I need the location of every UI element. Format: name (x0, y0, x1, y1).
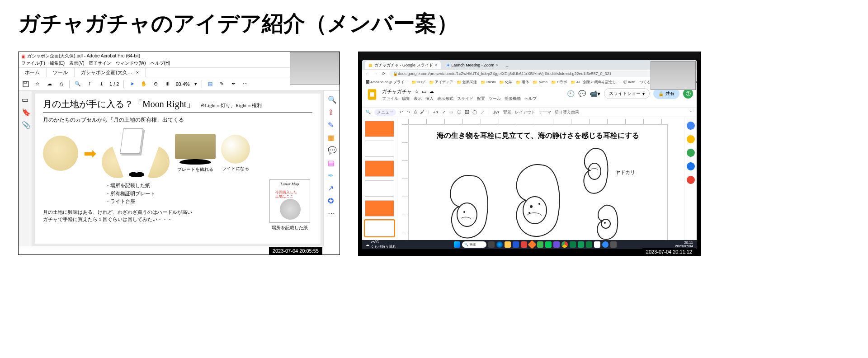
history-icon[interactable]: 🕘 (567, 90, 575, 97)
menu-help[interactable]: ヘルプ(H) (151, 60, 170, 67)
tb-edge-icon[interactable] (496, 241, 503, 248)
taskbar-weather[interactable]: ☁25℃くもり時々晴れ (366, 240, 396, 249)
edit-icon[interactable]: ✎ (328, 121, 336, 129)
zoom-reset-icon[interactable]: ⤢ (442, 110, 446, 114)
undo-icon[interactable]: ↶ (400, 110, 403, 114)
menu-view[interactable]: 表示(V) (69, 60, 84, 67)
tab-tools[interactable]: ツール (47, 68, 75, 77)
slide-canvas[interactable]: 海の生き物を耳栓に見立てて、海の静けさを感じる耳栓にする チンアナゴ ウツボ (408, 124, 668, 240)
task-view-icon[interactable] (488, 241, 495, 248)
print-icon[interactable]: ⎙ (414, 110, 416, 114)
tb-excel-icon[interactable] (586, 241, 592, 248)
slide-thumb-3[interactable] (365, 160, 394, 177)
stamp-icon[interactable]: ✪ (328, 197, 336, 205)
organize-icon[interactable]: ▤ (328, 159, 336, 167)
slide-thumb-6[interactable] (365, 220, 394, 236)
save-icon[interactable] (22, 80, 29, 88)
bm-item[interactable]: 創業70周年を記念し… (583, 80, 620, 85)
bm-item[interactable]: 📁創業関連 (457, 80, 477, 85)
bm-item[interactable]: 📁pkmn (533, 80, 547, 85)
redo-icon[interactable]: ↷ (407, 110, 410, 114)
share-icon[interactable]: ↗ (328, 184, 336, 192)
comment-icon[interactable]: 💬 (578, 90, 586, 97)
menu-file[interactable]: ファイル(F) (21, 60, 45, 67)
bm-item[interactable]: 📁週休 (516, 80, 529, 85)
tab-document[interactable]: ガシャポン企画(大久…× (75, 68, 146, 77)
esign-icon[interactable]: ✒ (230, 80, 237, 88)
gmenu-insert[interactable]: 挿入 (425, 96, 434, 102)
tb-explorer-icon[interactable] (505, 241, 511, 248)
bm-item[interactable]: 📁Dラボ (551, 80, 567, 85)
cursor-select-icon[interactable]: ▭ (449, 110, 453, 114)
gmenu-file[interactable]: ファイル (382, 96, 398, 102)
back-icon[interactable]: ← (365, 71, 370, 76)
gmenu-ext[interactable]: 拡張機能 (505, 96, 521, 102)
spell-lang-btn[interactable]: あ▾ (493, 109, 500, 115)
tb-store-icon[interactable] (513, 241, 519, 248)
move-icon[interactable]: ▭ (422, 89, 426, 94)
menu-esign[interactable]: 電子サイン (89, 60, 111, 67)
slide-thumb-5[interactable] (365, 200, 394, 217)
print-icon[interactable]: ⎙ (57, 80, 65, 88)
sign-icon[interactable]: ✒ (328, 171, 336, 179)
cursor-icon[interactable]: ➤ (128, 80, 136, 88)
bookmark-icon[interactable]: 🔖 (22, 108, 29, 115)
bm-item[interactable]: 🅰 Amazon.co.jp プライ… (366, 80, 408, 85)
bm-item[interactable]: 📁AI (571, 80, 580, 85)
start-icon[interactable] (454, 241, 460, 248)
tool-trans[interactable]: 切り替え効果 (555, 109, 579, 115)
owl-icon[interactable]: ▦ (328, 133, 336, 141)
taskbar-search[interactable]: 🔍検索 (462, 241, 486, 248)
tb-zoom-icon[interactable] (602, 241, 609, 248)
tab-slides[interactable]: ▦ガチャガチャ - Google スライド× (365, 61, 441, 69)
menu-chip[interactable]: メニュー (374, 109, 396, 116)
slide-thumb-4[interactable] (365, 180, 394, 197)
tb-sheets-icon[interactable] (578, 241, 584, 248)
export-icon[interactable]: ⇪ (328, 108, 336, 116)
gmenu-edit[interactable]: 編集 (402, 96, 410, 102)
page-up-icon[interactable]: ⤒ (86, 80, 93, 88)
tool-layout[interactable]: レイアウト (515, 109, 535, 115)
zoom-in-icon[interactable]: ⊕ (164, 80, 171, 88)
more2-icon[interactable]: ⋯ (328, 209, 336, 217)
keep-icon[interactable] (687, 135, 695, 143)
bm-item[interactable]: 📁アイディア (429, 80, 453, 85)
thumbnails-icon[interactable]: ▭ (22, 95, 29, 103)
star-outline-icon[interactable]: ☆ (415, 89, 419, 94)
comment-icon[interactable]: 💬 (328, 146, 336, 154)
tasks-icon[interactable] (687, 149, 695, 157)
menu-edit[interactable]: 編集(E) (50, 60, 65, 67)
user-avatar[interactable]: Ⓣ (683, 89, 693, 99)
present-button[interactable]: スライドショー▾ (604, 88, 650, 99)
slides-logo-icon[interactable] (366, 88, 378, 101)
menu-window[interactable]: ウィンドウ(W) (116, 60, 146, 67)
tab-zoom[interactable]: ●Launch Meeting - Zoom× (443, 61, 502, 69)
tool-bg[interactable]: 背景 (503, 109, 511, 115)
tab-home[interactable]: ホーム (19, 68, 47, 77)
tb-line-icon[interactable] (545, 241, 552, 248)
calendar-icon[interactable] (687, 122, 695, 130)
gmenu-slide[interactable]: スライド (457, 96, 473, 102)
maps-icon[interactable] (687, 176, 695, 184)
more-icon[interactable]: ⋯ (242, 80, 249, 88)
search-menu-icon[interactable]: 🔍 (366, 110, 371, 114)
gmenu-arrange[interactable]: 配置 (477, 96, 485, 102)
gmenu-format[interactable]: 表示形式 (437, 96, 453, 102)
meet-icon[interactable]: 📹▾ (590, 90, 600, 97)
bm-item[interactable]: 📁化学 (499, 80, 512, 85)
paint-icon[interactable]: 🖌 (420, 110, 424, 114)
gmenu-view[interactable]: 表示 (414, 96, 422, 102)
search-icon[interactable]: 🔍 (74, 80, 81, 88)
omnibox[interactable]: 🔒docs.google.com/presentation/d/1cZwHkUT… (389, 71, 670, 77)
expand-icon[interactable]: ⌃ (689, 110, 693, 114)
tb-app-darkgreen-icon[interactable] (570, 241, 576, 248)
zoom-out-icon[interactable]: ⊖ (152, 80, 159, 88)
textbox-icon[interactable]: Ⓣ (457, 109, 461, 115)
cloud-upload-icon[interactable]: ☁ (46, 80, 53, 88)
tb-last-icon[interactable] (610, 241, 617, 248)
forward-icon[interactable]: → (373, 71, 378, 76)
page-down-icon[interactable]: ⤓ (98, 80, 105, 88)
bm-item[interactable]: 📁Rashi (481, 80, 495, 85)
hand-icon[interactable]: ✋ (140, 80, 147, 88)
annotate-icon[interactable]: ✎ (218, 80, 226, 88)
